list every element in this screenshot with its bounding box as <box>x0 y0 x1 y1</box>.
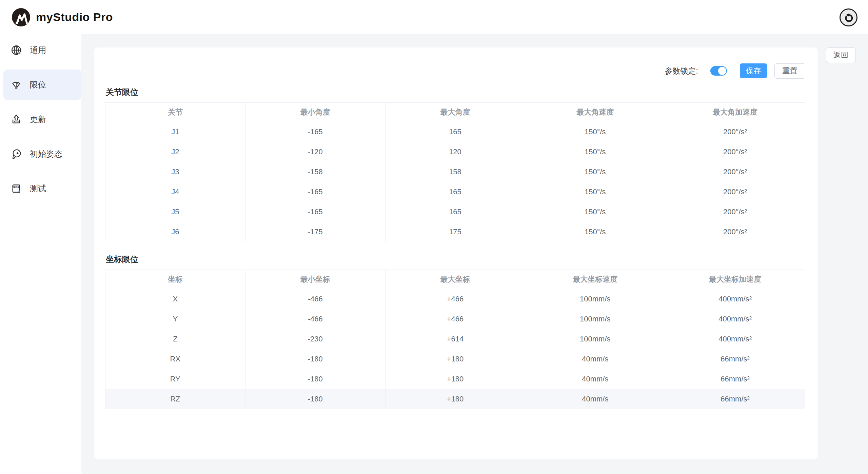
param-lock-toggle[interactable] <box>710 66 727 76</box>
limit-gauge-icon <box>10 79 22 91</box>
table-row: J2-120120150°/s200°/s² <box>105 142 805 162</box>
table-cell: RY <box>105 369 245 389</box>
table-cell: 66mm/s² <box>665 389 805 409</box>
svg-text:TEST: TEST <box>12 186 19 189</box>
controls-row: 参数锁定: 保存 重置 <box>105 63 805 79</box>
column-header: 最大坐标速度 <box>525 270 665 289</box>
table-row: RX-180+18040mm/s66mm/s² <box>105 349 805 369</box>
undo-arrow-icon <box>843 12 854 23</box>
table-cell: 120 <box>385 142 525 162</box>
column-header: 最大角度 <box>385 103 525 122</box>
top-bar: myStudio Pro <box>0 0 868 34</box>
table-row: X-466+466100mm/s400mm/s² <box>105 289 805 309</box>
globe-icon <box>10 44 22 56</box>
table-cell: J1 <box>105 122 245 142</box>
sidebar-item-label: 限位 <box>30 79 46 90</box>
m-mark-icon <box>12 8 30 26</box>
column-header: 最大坐标加速度 <box>665 270 805 289</box>
sidebar-item-update[interactable]: 更新 <box>0 104 81 135</box>
table-row: J6-175175150°/s200°/s² <box>105 222 805 242</box>
sidebar-item-label: 更新 <box>30 114 46 125</box>
table-header-row: 关节最小角度最大角度最大角速度最大角加速度 <box>105 103 805 122</box>
table-cell: -175 <box>245 222 385 242</box>
table-cell: RZ <box>105 389 245 409</box>
table-row: RY-180+18040mm/s66mm/s² <box>105 369 805 389</box>
table-cell: 165 <box>385 182 525 202</box>
table-cell: +180 <box>385 389 525 409</box>
table-cell: 165 <box>385 202 525 222</box>
table-cell: 175 <box>385 222 525 242</box>
reset-button[interactable]: 重置 <box>774 63 805 79</box>
table-cell: 400mm/s² <box>665 309 805 329</box>
app-logo <box>12 8 30 26</box>
sidebar: 通用 限位 更新 <box>0 34 81 474</box>
test-doc-icon: TEST <box>10 182 22 195</box>
table-cell: J5 <box>105 202 245 222</box>
back-button[interactable]: 返回 <box>826 47 856 63</box>
joint-limits-table: 关节最小角度最大角度最大角速度最大角加速度 J1-165165150°/s200… <box>105 102 805 242</box>
table-row: RZ-180+18040mm/s66mm/s² <box>105 389 805 409</box>
table-cell: 200°/s² <box>665 222 805 242</box>
table-cell: -180 <box>245 389 385 409</box>
table-row: J1-165165150°/s200°/s² <box>105 122 805 142</box>
table-cell: 150°/s <box>525 122 665 142</box>
table-cell: 100mm/s <box>525 309 665 329</box>
sidebar-item-initial-pose[interactable]: 初始姿态 <box>0 139 81 169</box>
table-row: J3-158158150°/s200°/s² <box>105 162 805 182</box>
table-cell: -466 <box>245 289 385 309</box>
table-cell: -230 <box>245 329 385 349</box>
table-cell: +466 <box>385 309 525 329</box>
table-cell: -165 <box>245 182 385 202</box>
table-cell: J4 <box>105 182 245 202</box>
sidebar-item-test[interactable]: TEST 测试 <box>0 173 81 204</box>
table-cell: -180 <box>245 349 385 369</box>
settings-card: 参数锁定: 保存 重置 关节限位 关节最小角度最大角度最大角速度最大角加速度 J… <box>94 47 818 459</box>
table-cell: 400mm/s² <box>665 289 805 309</box>
table-row: J5-165165150°/s200°/s² <box>105 202 805 222</box>
table-cell: 150°/s <box>525 222 665 242</box>
column-header: 关节 <box>105 103 245 122</box>
table-cell: 40mm/s <box>525 389 665 409</box>
column-header: 最小坐标 <box>245 270 385 289</box>
column-header: 最大角速度 <box>525 103 665 122</box>
table-cell: +614 <box>385 329 525 349</box>
table-cell: 200°/s² <box>665 162 805 182</box>
table-cell: -165 <box>245 202 385 222</box>
toggle-knob <box>718 67 726 75</box>
param-lock-label: 参数锁定: <box>665 66 698 76</box>
table-cell: -120 <box>245 142 385 162</box>
table-cell: 100mm/s <box>525 329 665 349</box>
undo-button[interactable] <box>840 8 857 26</box>
column-header: 最大坐标 <box>385 270 525 289</box>
table-cell: 150°/s <box>525 202 665 222</box>
table-cell: 400mm/s² <box>665 329 805 349</box>
table-cell: 150°/s <box>525 182 665 202</box>
table-cell: 150°/s <box>525 142 665 162</box>
sidebar-item-general[interactable]: 通用 <box>0 35 81 65</box>
table-cell: Y <box>105 309 245 329</box>
sidebar-item-label: 通用 <box>30 45 46 56</box>
sidebar-item-limits[interactable]: 限位 <box>3 70 81 100</box>
table-cell: +180 <box>385 369 525 389</box>
table-cell: 200°/s² <box>665 182 805 202</box>
upload-icon <box>10 113 22 125</box>
table-cell: +180 <box>385 349 525 369</box>
table-cell: 200°/s² <box>665 202 805 222</box>
table-cell: 40mm/s <box>525 369 665 389</box>
table-row: Z-230+614100mm/s400mm/s² <box>105 329 805 349</box>
table-cell: J2 <box>105 142 245 162</box>
coord-limits-table: 坐标最小坐标最大坐标最大坐标速度最大坐标加速度 X-466+466100mm/s… <box>105 270 805 409</box>
table-cell: +466 <box>385 289 525 309</box>
main-panel: 返回 参数锁定: 保存 重置 关节限位 关节最小角度最大角度最大角速度最大角加速… <box>81 34 868 474</box>
joint-limits-title: 关节限位 <box>106 87 805 97</box>
table-cell: 100mm/s <box>525 289 665 309</box>
save-button[interactable]: 保存 <box>740 63 767 78</box>
table-cell: 66mm/s² <box>665 369 805 389</box>
column-header: 最大角加速度 <box>665 103 805 122</box>
table-header-row: 坐标最小坐标最大坐标最大坐标速度最大坐标加速度 <box>105 270 805 289</box>
table-row: J4-165165150°/s200°/s² <box>105 182 805 202</box>
table-cell: 200°/s² <box>665 142 805 162</box>
initial-pose-icon <box>10 148 22 160</box>
table-cell: 66mm/s² <box>665 349 805 369</box>
table-cell: J6 <box>105 222 245 242</box>
